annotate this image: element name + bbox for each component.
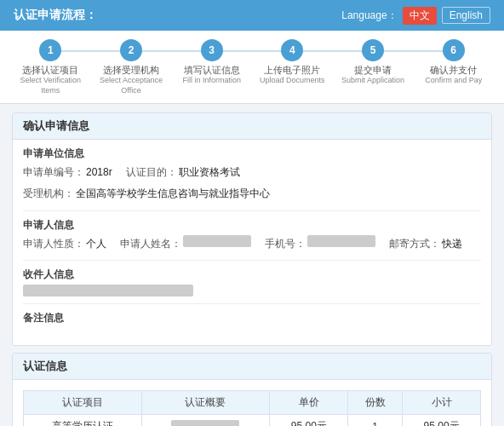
cell-quantity-0: 1 [348,415,403,426]
recipient-info-label: 收件人信息 [23,268,481,282]
applicant-org-label: 申请单位信息 [23,147,481,161]
step-label-cn-3: 填写认证信息 [184,64,240,76]
type-label: 申请人性质： [23,235,84,254]
step-item-3: 3 填写认证信息 Fill in Information [171,39,252,86]
mail-item: 邮寄方式： 快递 [389,235,462,254]
phone-item: 手机号： [265,235,375,254]
steps-bar: 1 选择认证项目 Select Verification Items 2 选择受… [0,31,504,104]
cell-unit-price-0: 95.00元 [270,415,348,426]
phone-label: 手机号： [265,235,306,254]
col-summary: 认证概要 [141,391,270,415]
step-item-5: 5 提交申请 Submit Application [333,39,414,86]
step-item-4: 4 上传电子照片 Upload Documents [252,39,333,86]
step-label-en-5: Submit Application [341,76,404,86]
name-label: 申请人姓名： [120,235,181,254]
applicant-info-label: 申请人信息 [23,218,481,233]
col-subtotal: 小计 [403,391,481,415]
step-item-6: 6 确认并支付 Confirm and Pay [413,39,494,86]
applicant-info-body: 申请人信息 申请人性质： 个人 申请人姓名： 手机号： 邮寄方式： 快递 [13,211,491,261]
remarks-body: 备注信息 [13,304,491,345]
remarks-label: 备注信息 [23,311,481,325]
col-item: 认证项目 [24,391,142,415]
step-item-1: 1 选择认证项目 Select Verification Items [10,39,91,96]
col-quantity: 份数 [348,391,403,415]
step-circle-4: 4 [281,39,303,61]
applicant-org-info-row: 申请单编号： 2018r 认证目的： 职业资格考试 受理机构： 全国高等学校学生… [23,164,481,204]
step-item-2: 2 选择受理机构 Select Acceptance Office [91,39,172,96]
recipient-info-row [23,285,481,296]
step-circle-2: 2 [120,39,142,61]
step-circle-6: 6 [443,39,465,61]
type-item: 申请人性质： 个人 [23,235,106,254]
cert-table: 认证项目 认证概要 单价 份数 小计 高等学历认证 95.00元 1 95.00… [23,390,481,426]
cell-subtotal-0: 95.00元 [403,415,481,426]
lang-zh-button[interactable]: 中文 [403,7,437,25]
recipient-info-body: 收件人信息 [13,261,491,303]
mail-value: 快递 [442,235,462,254]
step-label-cn-5: 提交申请 [354,64,392,76]
step-label-cn-2: 选择受理机构 [103,64,159,76]
page-title: 认证申请流程： [14,8,97,23]
step-circle-3: 3 [201,39,223,61]
confirm-section-header: 确认申请信息 [13,113,491,140]
language-selector: Language： 中文 English [341,7,490,25]
cert-table-header-row: 认证项目 认证概要 单价 份数 小计 [24,391,481,415]
step-label-en-4: Upload Documents [260,76,325,86]
recipient-value-blurred [23,285,193,296]
cert-info-body: 认证项目 认证概要 单价 份数 小计 高等学历认证 95.00元 1 95.00… [13,380,491,426]
step-label-cn-1: 选择认证项目 [22,64,78,76]
phone-value-blurred [307,235,375,247]
header-bar: 认证申请流程： Language： 中文 English [0,0,504,31]
office-label: 受理机构： [23,185,74,204]
cell-item-0: 高等学历认证 [24,415,142,426]
main-content: 确认申请信息 申请单位信息 申请单编号： 2018r 认证目的： 职业资格考试 … [0,104,504,426]
language-label: Language： [341,9,397,23]
step-label-cn-4: 上传电子照片 [264,64,320,76]
applicant-org-body: 申请单位信息 申请单编号： 2018r 认证目的： 职业资格考试 受理机构： 全… [13,140,491,210]
name-item: 申请人姓名： [120,235,251,254]
cert-table-row: 高等学历认证 95.00元 1 95.00元 [24,415,481,426]
cert-type-label: 认证目的： [126,164,177,182]
order-label: 申请单编号： [23,164,84,182]
cert-info-header: 认证信息 [13,354,491,380]
type-value: 个人 [86,235,106,254]
steps-container: 1 选择认证项目 Select Verification Items 2 选择受… [10,39,494,96]
step-label-en-2: Select Acceptance Office [91,76,172,95]
cert-type-value: 职业资格考试 [179,164,240,182]
step-circle-1: 1 [39,39,61,61]
cell-summary-0 [141,415,270,426]
office-value: 全国高等学校学生信息咨询与就业指导中心 [76,185,270,204]
step-label-en-3: Fill in Information [182,76,241,86]
name-value-blurred [183,235,251,247]
order-value: 2018r [86,164,112,182]
step-label-cn-6: 确认并支付 [430,64,477,76]
step-label-en-1: Select Verification Items [10,76,91,95]
confirm-section-card: 确认申请信息 申请单位信息 申请单编号： 2018r 认证目的： 职业资格考试 … [12,112,492,347]
office-item: 受理机构： 全国高等学校学生信息咨询与就业指导中心 [23,185,270,204]
cert-type-item: 认证目的： 职业资格考试 [126,164,240,182]
lang-en-button[interactable]: English [442,7,490,24]
cert-info-card: 认证信息 认证项目 认证概要 单价 份数 小计 高等学历认证 95.00元 1 [12,353,492,426]
applicant-info-row: 申请人性质： 个人 申请人姓名： 手机号： 邮寄方式： 快递 [23,235,481,254]
mail-label: 邮寄方式： [389,235,440,254]
step-label-en-6: Confirm and Pay [425,76,482,86]
step-circle-5: 5 [362,39,384,61]
order-item: 申请单编号： 2018r [23,164,112,182]
col-unit-price: 单价 [270,391,348,415]
